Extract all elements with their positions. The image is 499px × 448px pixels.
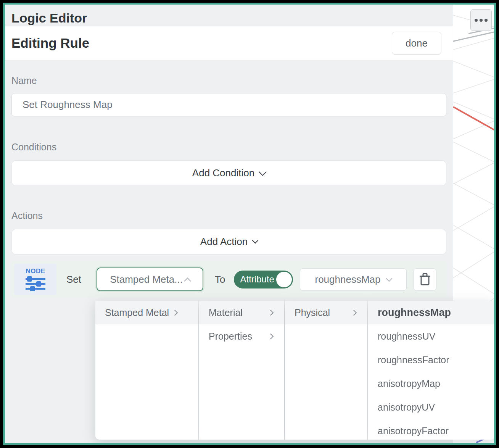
trash-icon xyxy=(419,273,431,286)
menu-item-anisotropyUV[interactable]: anisotropyUV xyxy=(368,395,494,419)
menu-item-label: anisotropyMap xyxy=(378,378,440,389)
action-row: NODE Set xyxy=(11,261,446,298)
chevron-right-icon xyxy=(351,309,357,316)
ellipsis-icon xyxy=(475,19,478,22)
rule-title: Editing Rule xyxy=(11,35,89,51)
conditions-label: Conditions xyxy=(11,142,446,153)
node-badge-label: NODE xyxy=(26,268,45,275)
attribute-picker-menu: Stamped MetalMaterialPropertiesPhysicalr… xyxy=(95,301,494,440)
chevron-right-icon xyxy=(268,309,274,316)
add-action-button[interactable]: Add Action xyxy=(11,229,446,255)
ellipsis-icon xyxy=(480,19,483,22)
menu-item-label: anisotropyUV xyxy=(378,402,435,413)
add-action-label: Add Action xyxy=(200,236,248,248)
ellipsis-icon xyxy=(485,19,488,22)
menu-item-label: Properties xyxy=(209,331,252,342)
actions-label: Actions xyxy=(11,210,446,221)
menu-column: Stamped Metal xyxy=(95,301,198,440)
menu-column: Physical xyxy=(285,301,367,440)
window-content: Logic Editor Editing Rule done Name Cond… xyxy=(5,5,494,443)
attribute-toggle-label: Attribute xyxy=(234,274,274,285)
menu-item-roughnessMap[interactable]: roughnessMap xyxy=(368,301,494,324)
source-node-dropdown[interactable]: Stamped Meta... xyxy=(97,268,203,291)
sliders-icon xyxy=(25,276,46,291)
chevron-down-icon xyxy=(386,275,392,282)
menu-item-Stamped Metal[interactable]: Stamped Metal xyxy=(95,301,198,324)
menu-item-anisotropyFactor[interactable]: anisotropyFactor xyxy=(368,419,494,440)
menu-item-roughnessUV[interactable]: roughnessUV xyxy=(368,324,494,348)
panel-title: Logic Editor xyxy=(5,5,453,26)
screenshot-root: Logic Editor Editing Rule done Name Cond… xyxy=(0,0,499,448)
rule-header: Editing Rule done xyxy=(5,26,453,60)
chevron-up-icon xyxy=(184,277,191,284)
attribute-dropdown[interactable]: roughnessMap xyxy=(300,268,407,291)
source-node-dropdown-value: Stamped Meta... xyxy=(110,274,183,285)
menu-item-roughnessFactor[interactable]: roughnessFactor xyxy=(368,348,494,372)
menu-item-label: Physical xyxy=(295,307,330,318)
chevron-right-icon xyxy=(172,309,178,316)
to-label: To xyxy=(215,274,225,285)
add-condition-label: Add Condition xyxy=(192,167,254,179)
menu-item-label: roughnessFactor xyxy=(378,355,449,366)
menu-item-Material[interactable]: Material xyxy=(199,301,284,324)
menu-item-label: Stamped Metal xyxy=(105,307,169,318)
menu-item-Properties[interactable]: Properties xyxy=(199,324,284,348)
toggle-knob xyxy=(276,272,292,287)
menu-item-label: anisotropyFactor xyxy=(378,425,449,437)
menu-item-label: Material xyxy=(209,307,243,318)
add-condition-button[interactable]: Add Condition xyxy=(11,160,446,186)
node-badge[interactable]: NODE xyxy=(14,264,56,295)
chevron-right-icon xyxy=(268,333,274,339)
attribute-toggle[interactable]: Attribute xyxy=(234,271,293,288)
menu-item-Physical[interactable]: Physical xyxy=(285,301,367,324)
name-label: Name xyxy=(11,75,446,86)
rule-name-input[interactable] xyxy=(11,93,446,116)
more-options-button[interactable] xyxy=(470,9,492,31)
menu-column: roughnessMaproughnessUVroughnessFactoran… xyxy=(368,301,494,440)
chevron-down-icon xyxy=(259,168,267,176)
menu-column: MaterialProperties xyxy=(199,301,284,440)
window-frame: Logic Editor Editing Rule done Name Cond… xyxy=(3,3,496,445)
chevron-down-icon xyxy=(252,237,259,244)
delete-action-button[interactable] xyxy=(414,268,436,291)
menu-item-label: roughnessUV xyxy=(378,331,435,342)
attribute-dropdown-value: roughnessMap xyxy=(315,274,381,285)
done-button[interactable]: done xyxy=(392,32,441,55)
set-label: Set xyxy=(66,274,81,285)
menu-item-anisotropyMap[interactable]: anisotropyMap xyxy=(368,372,494,395)
menu-item-label: roughnessMap xyxy=(378,307,451,319)
